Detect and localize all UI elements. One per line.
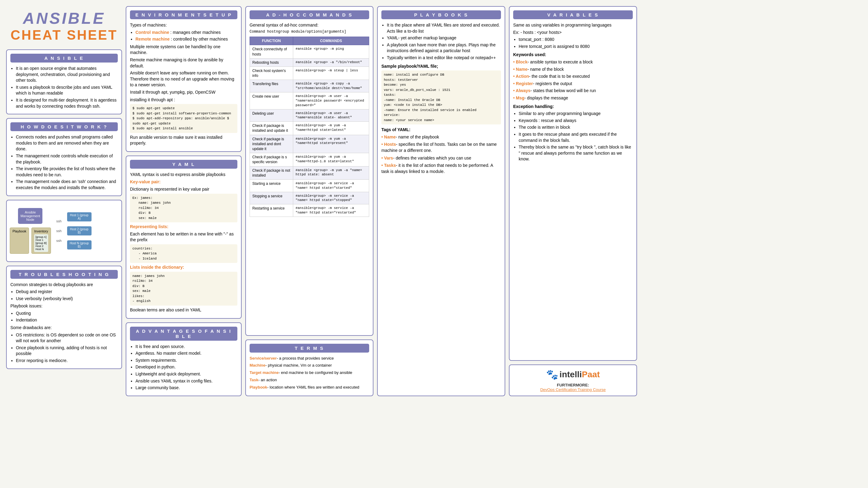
country2: - Iceland [138,256,235,261]
list-item: • Name- name of the block [513,66,633,73]
col-commands: COMMANDS [293,37,369,45]
ts-pi1: Quoting [16,311,118,317]
table-cell-command: #ansible<group> -m service -a "name= htt… [293,204,369,217]
env-p4: Install it through apt, yumpkg, pip, Ope… [130,89,237,95]
remote-machine-desc: : controlled by other machines [171,37,228,41]
run-label: Run ansible version to make sure it was … [130,134,237,147]
troubleshooting-section: T r o u b l e s h o o t i n g Common str… [6,266,122,369]
var-keywords: • Block- ansible syntax to execute a blo… [513,59,633,101]
pb-p4: Typically written in a text editor like … [387,55,501,61]
env-setup-section: E n v i r o n m e n t S e t u p Types of… [126,6,242,152]
playbook-box: Playbook [10,228,29,254]
adhoc-section: A d - h o c C o m m a n d s General synt… [245,6,373,336]
hosts-col: Host 1 (group A) Host 2 (group B) Host N… [67,212,92,250]
exception-label: Exception handling: [513,104,633,110]
exc-4: It goes to the rescue phase and gets exe… [519,131,633,143]
list-item: • Hosts- specifies the list of hosts. Ta… [381,141,501,154]
table-cell-command: #ansible <group> -m ping [293,45,369,58]
list-item: • Block- ansible syntax to execute a blo… [513,59,633,65]
yaml-section: Y A M L YAML syntax is used to express a… [126,156,242,319]
hw-point-2: The management node controls whole execu… [16,153,118,165]
table-cell-command: #ansible<group> -m yum -a "name=httpd st… [293,122,369,135]
adv-4: Developed in python. [135,364,237,370]
ansible-header: A n s i b l e [10,54,118,63]
kv-item4: sex: male [138,216,235,221]
table-cell-command: #ansible <group> -m yum -a "name= httpd … [293,166,369,180]
table-cell-command: #ansible<group> -m service -a "name= htt… [293,180,369,192]
table-cell-command: #ansible<group> -m service -a "name= htt… [293,192,369,204]
table-row: Check if package is installed and update… [250,122,369,135]
terms-header: T e r m s [250,344,369,353]
table-cell-command: #ansible<group> -m steup | less [293,66,369,79]
adv-5: Lightweight and quick deployment. [135,371,237,377]
table-cell-function: Check if package is not installed [250,166,293,180]
advantages-header: A d v a n t a g e s o f A n s i b l e [130,327,237,341]
exc-3: The code is written in block [519,124,633,131]
remote-machine: Remote machine : controlled by other mac… [135,36,237,42]
ts-d2: Once playbook is running, adding of host… [16,345,118,357]
table-row: Create new user#ansible<group> -m user -… [250,92,369,109]
table-cell-command: #ansible<group> -m user -a "name=ansible… [293,109,369,122]
title-area: ANSIBLE CHEAT SHEET [6,6,122,46]
table-row: Stopping a service#ansible<group> -m ser… [250,192,369,204]
bottom-boxes: Playbook Inventory [group A] Host 1 [gro… [10,228,51,254]
lid-5: likes: [132,294,235,299]
ts-d1: OS restrictions: is OS dependent so code… [16,332,118,344]
variables-section: V a r i a b l e s Same as using variable… [509,6,637,361]
title-ansible: ANSIBLE [9,9,119,28]
host1-box: Host 1 (group A) [67,212,92,221]
hostn-box: Host N (group B) [67,240,92,250]
lid-1: name: james john [132,273,235,279]
playbooks-header: P l a y b o o k s [381,10,501,19]
table-cell-function: Transfering files [250,80,293,92]
lid-4: sex: male [132,289,235,294]
var-ex-label: Ex: - hosts : <your hosts> [513,30,633,36]
exc-5: Thereby block is the same as "try block … [519,144,633,162]
list-item: • Always- states that below word will be… [513,88,633,94]
env-setup-header: E n v i r o n m e n t S e t u p [130,10,237,19]
devops-link: DevOps Certification Training Course [540,387,606,392]
hw-point-4: The management node does an 'ssh' connec… [16,179,118,191]
pb-p1: It is the place where all YAML files are… [387,22,501,34]
list-item: Service/server- a process that provides … [250,356,369,361]
how-works-points: Connects nodes and pushes small programs… [10,134,118,191]
table-cell-function: Check if package is s specific version [250,153,293,166]
table-row: Starting a service#ansible<group> -m ser… [250,180,369,192]
ts-drawbacks: OS restrictions: is OS dependent so code… [10,332,118,364]
list-item: Machine- physical machine, Vm or a conta… [250,363,369,368]
logo-text: intelliPaat [560,370,600,380]
table-cell-command: #ansible<group> -m yum -a "name=httpd-1.… [293,153,369,166]
table-cell-command: #ansible <group> -a "/bin/reboot" [293,58,369,66]
adv-6: Ansible uses YAML syntax in config files… [135,378,237,384]
ts-s1: Debug and register [16,289,118,295]
yaml-intro: YAML syntax is used to express ansible p… [130,172,237,178]
troubleshooting-header: T r o u b l e s h o o t i n g [10,270,118,279]
ts-strategies: Debug and register Use verbosity (verbos… [10,289,118,302]
diagram-inner: Ansible Management Node Playbook Invento… [10,203,118,258]
adhoc-header: A d - h o c C o m m a n d s [250,10,369,19]
hw-point-1: Connects nodes and pushes small programs… [16,134,118,152]
kv-item3: div: B [138,210,235,216]
col-function: FUNCTION [250,37,293,45]
env-p1: Multiple remote systems can be handled b… [130,44,237,56]
table-cell-function: Stopping a service [250,192,293,204]
adhoc-syntax-label: General syntax of ad-hoc command: Comman… [250,22,369,34]
terms-section: T e r m s Service/server- a process that… [245,339,373,396]
title-cheatsheet: CHEAT SHEET [9,28,119,43]
countries-block: countries: - America - Iceland [130,244,237,263]
hw-point-3: The inventory file provides the list of … [16,166,118,178]
logo-intelli2: ntelli [562,370,582,379]
how-works-section: H o w D o e s i t W o r k ? Connects nod… [6,118,122,196]
list-item: • Vars- defines the variables which you … [381,155,501,161]
table-row: Check if package is not installed#ansibl… [250,166,369,180]
kv-desc: Dictionary is represented in key value p… [130,186,237,192]
boolean-label: Boolean terms are also used in YAML [130,307,237,313]
control-machine-label: Control machine [135,30,169,35]
kv-example: Ex: james: name: james john rollNo: 34 d… [130,194,237,223]
terms-list: Service/server- a process that provides … [250,356,369,390]
ts-d3: Error reporting is mediocre. [16,358,118,364]
ansible-points: It is an open source engine that automat… [10,66,118,109]
repr-lists-label: Representing lists: [130,224,237,230]
ansible-section: A n s i b l e It is an open source engin… [6,50,122,115]
table-cell-function: Check if package is installed and dont u… [250,135,293,153]
